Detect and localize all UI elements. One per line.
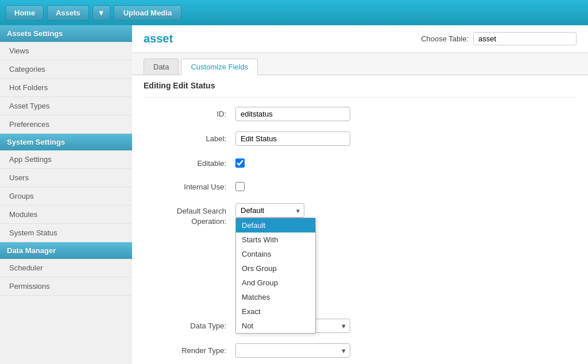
sidebar-item-app-settings[interactable]: App Settings bbox=[0, 150, 132, 169]
internal-use-checkbox[interactable] bbox=[235, 182, 245, 191]
sidebar-item-asset-types[interactable]: Asset Types bbox=[0, 97, 132, 115]
sidebar-item-modules[interactable]: Modules bbox=[0, 206, 132, 224]
dropdown-option-default[interactable]: Default bbox=[236, 218, 315, 233]
choose-table-input[interactable] bbox=[473, 32, 577, 45]
sidebar-item-permissions[interactable]: Permissions bbox=[0, 277, 132, 296]
sidebar-item-preferences[interactable]: Preferences bbox=[0, 115, 132, 134]
assets-button[interactable]: Assets bbox=[47, 5, 89, 21]
dropdown-option-and-group[interactable]: And Group bbox=[236, 276, 315, 290]
render-type-select[interactable] bbox=[235, 343, 350, 358]
tab-customize-fields[interactable]: Customize Fields bbox=[181, 59, 258, 75]
select-arrow-icon: ▼ bbox=[295, 207, 301, 214]
data-type-label: Data Type: bbox=[144, 319, 235, 330]
tab-data[interactable]: Data bbox=[144, 59, 179, 75]
system-settings-title: System Settings bbox=[0, 134, 132, 150]
upload-media-button[interactable]: Upload Media bbox=[114, 5, 182, 21]
id-control bbox=[235, 107, 577, 121]
main-layout: Assets Settings Views Categories Hot Fol… bbox=[0, 25, 588, 364]
default-search-label: Default SearchOperation: bbox=[144, 203, 235, 227]
default-search-select-wrapper: Default ▼ Default Starts With Contains O… bbox=[235, 203, 304, 218]
choose-table: Choose Table: bbox=[421, 32, 577, 45]
sidebar-item-groups[interactable]: Groups bbox=[0, 187, 132, 206]
default-search-select[interactable]: Default ▼ bbox=[235, 203, 304, 218]
data-type-row: Data Type: ▼ bbox=[144, 319, 577, 333]
internal-use-control bbox=[235, 180, 577, 193]
label-input[interactable] bbox=[235, 131, 350, 146]
render-type-control: ▼ bbox=[235, 343, 577, 358]
render-type-label: Render Type: bbox=[144, 343, 235, 355]
dropdown-option-exact[interactable]: Exact bbox=[236, 304, 315, 319]
sidebar: Assets Settings Views Categories Hot Fol… bbox=[0, 25, 132, 364]
assets-settings-title: Assets Settings bbox=[0, 25, 132, 42]
internal-use-label: Internal Use: bbox=[144, 180, 235, 191]
dropdown-option-ors-group[interactable]: Ors Group bbox=[236, 261, 315, 276]
select-value: Default bbox=[241, 206, 264, 215]
page-header: asset Choose Table: bbox=[132, 25, 588, 53]
form-area: Editing Edit Status ID: Label: Editable: bbox=[132, 75, 588, 364]
search-dropdown-menu: Default Starts With Contains Ors Group A… bbox=[235, 218, 316, 334]
editable-row: Editable: bbox=[144, 156, 577, 169]
page-title: asset bbox=[144, 32, 173, 45]
label-control bbox=[235, 131, 577, 146]
dropdown-option-starts-with[interactable]: Starts With bbox=[236, 233, 315, 247]
editable-checkbox[interactable] bbox=[235, 158, 245, 168]
label-row: Label: bbox=[144, 131, 577, 146]
dropdown-option-contains[interactable]: Contains bbox=[236, 247, 315, 261]
sidebar-item-hot-folders[interactable]: Hot Folders bbox=[0, 79, 132, 97]
id-input[interactable] bbox=[235, 107, 350, 121]
sidebar-item-categories[interactable]: Categories bbox=[0, 60, 132, 79]
assets-dropdown-button[interactable]: ▼ bbox=[92, 5, 110, 21]
dropdown-option-not[interactable]: Not bbox=[236, 319, 315, 333]
default-search-row: Default SearchOperation: Default ▼ Defau… bbox=[144, 203, 577, 227]
id-row: ID: bbox=[144, 107, 577, 121]
main-content: asset Choose Table: Data Customize Field… bbox=[132, 25, 588, 364]
dropdown-option-matches[interactable]: Matches bbox=[236, 290, 315, 304]
section-heading: Editing Edit Status bbox=[144, 75, 577, 98]
home-button[interactable]: Home bbox=[6, 5, 44, 21]
sidebar-item-system-status[interactable]: System Status bbox=[0, 224, 132, 242]
top-nav: Home Assets ▼ Upload Media bbox=[0, 0, 588, 25]
default-search-control: Default ▼ Default Starts With Contains O… bbox=[235, 203, 577, 218]
id-label: ID: bbox=[144, 107, 235, 118]
sidebar-item-users[interactable]: Users bbox=[0, 169, 132, 187]
render-type-row: Render Type: ▼ bbox=[144, 343, 577, 358]
internal-use-row: Internal Use: bbox=[144, 180, 577, 193]
editable-label: Editable: bbox=[144, 156, 235, 168]
sidebar-item-scheduler[interactable]: Scheduler bbox=[0, 259, 132, 277]
data-manager-title: Data Manager bbox=[0, 242, 132, 259]
render-type-select-wrapper: ▼ bbox=[235, 343, 350, 358]
choose-table-label: Choose Table: bbox=[421, 34, 469, 43]
label-label: Label: bbox=[144, 131, 235, 143]
tabs-bar: Data Customize Fields bbox=[132, 53, 588, 75]
editable-control bbox=[235, 156, 577, 169]
sidebar-item-views[interactable]: Views bbox=[0, 42, 132, 60]
